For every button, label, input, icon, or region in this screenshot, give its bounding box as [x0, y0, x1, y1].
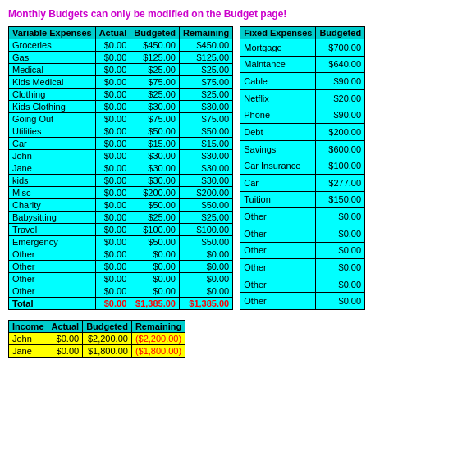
fixed-col-header-name: Fixed Expenses — [240, 27, 316, 39]
var-table-row: Other$0.00$0.00$0.00 — [9, 273, 233, 285]
fixed-table-row: Maintance$640.00 — [240, 56, 365, 73]
income-col-header-name: Income — [9, 321, 48, 333]
variable-expenses-table: Variable Expenses Actual Budgeted Remain… — [8, 26, 233, 310]
var-table-row: Kids Medical$0.00$75.00$75.00 — [9, 76, 233, 89]
var-table-row: Misc$0.00$200.00$200.00 — [9, 187, 233, 199]
var-table-row: Kids Clothing$0.00$30.00$30.00 — [9, 101, 233, 113]
var-col-header-budgeted: Budgeted — [130, 27, 180, 39]
var-table-row: Travel$0.00$100.00$100.00 — [9, 224, 233, 236]
fixed-table-row: Car$277.00 — [240, 175, 365, 192]
var-table-row: Other$0.00$0.00$0.00 — [9, 261, 233, 273]
fixed-table-row: Debt$200.00 — [240, 124, 365, 141]
income-table-row: Jane$0.00$1,800.00($1,800.00) — [9, 345, 185, 358]
var-table-row: Utilities$0.00$50.00$50.00 — [9, 125, 233, 138]
var-table-row: Other$0.00$0.00$0.00 — [9, 248, 233, 261]
fixed-table-row: Other$0.00 — [240, 276, 365, 293]
fixed-table-row: Other$0.00 — [240, 259, 365, 276]
header-message: Monthly Budgets can only be modified on … — [8, 8, 468, 20]
income-col-header-budgeted: Budgeted — [83, 321, 132, 333]
income-col-header-remaining: Remaining — [131, 321, 185, 333]
var-table-row: Gas$0.00$125.00$125.00 — [9, 52, 233, 64]
income-table: Income Actual Budgeted Remaining John$0.… — [8, 320, 185, 358]
var-col-header-remaining: Remaining — [179, 27, 232, 39]
fixed-table-row: Other$0.00 — [240, 208, 365, 226]
var-table-row: Charity$0.00$50.00$50.00 — [9, 199, 233, 212]
fixed-table-row: Car Insurance$100.00 — [240, 157, 365, 175]
fixed-table-row: Netflix$20.00 — [240, 89, 365, 107]
var-table-row: Clothing$0.00$25.00$25.00 — [9, 89, 233, 101]
var-table-row: Babysitting$0.00$25.00$25.00 — [9, 212, 233, 224]
var-table-row: Car$0.00$15.00$15.00 — [9, 138, 233, 150]
fixed-table-row: Savings$600.00 — [240, 140, 365, 157]
fixed-table-row: Other$0.00 — [240, 225, 365, 242]
total-row: Total $0.00 $1,385.00 $1,385.00 — [9, 298, 233, 310]
income-table-row: John$0.00$2,200.00($2,200.00) — [9, 333, 185, 345]
fixed-table-row: Other$0.00 — [240, 242, 365, 259]
fixed-col-header-budgeted: Budgeted — [316, 27, 365, 39]
var-table-row: John$0.00$30.00$30.00 — [9, 150, 233, 162]
var-table-row: Other$0.00$0.00$0.00 — [9, 285, 233, 298]
fixed-table-row: Other$0.00 — [240, 293, 365, 310]
var-col-header-actual: Actual — [95, 27, 130, 39]
fixed-table-row: Cable$90.00 — [240, 73, 365, 90]
var-col-header-name: Variable Expenses — [9, 27, 96, 39]
fixed-table-row: Phone$90.00 — [240, 107, 365, 124]
var-table-row: Going Out$0.00$75.00$75.00 — [9, 113, 233, 125]
fixed-table-row: Tuition$150.00 — [240, 191, 365, 208]
fixed-expenses-table: Fixed Expenses Budgeted Mortgage$700.00M… — [240, 26, 365, 310]
var-table-row: kids$0.00$30.00$30.00 — [9, 175, 233, 187]
var-table-row: Emergency$0.00$50.00$50.00 — [9, 236, 233, 248]
var-table-row: Jane$0.00$30.00$30.00 — [9, 162, 233, 175]
var-table-row: Groceries$0.00$450.00$450.00 — [9, 39, 233, 52]
fixed-table-row: Mortgage$700.00 — [240, 39, 365, 57]
var-table-row: Medical$0.00$25.00$25.00 — [9, 64, 233, 76]
income-col-header-actual: Actual — [48, 321, 83, 333]
